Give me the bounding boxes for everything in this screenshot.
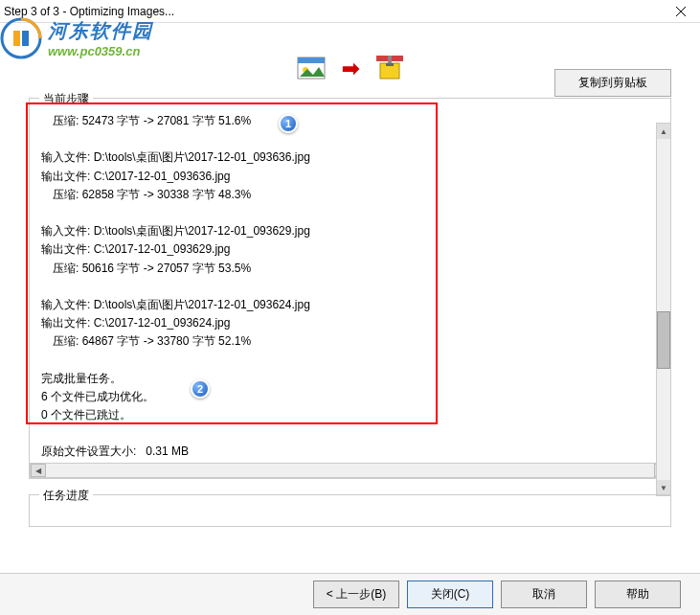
cancel-button[interactable]: 取消 [501, 581, 587, 608]
titlebar: Step 3 of 3 - Optimizing Images... [0, 0, 700, 23]
log-line: 6 个文件已成功优化。 [41, 388, 659, 406]
log-line [41, 204, 659, 222]
annotation-callout-2: 2 [191, 379, 210, 399]
log-line: 0 个文件已跳过。 [41, 406, 659, 424]
log-text-area[interactable]: 压缩: 52473 字节 -> 27081 字节 51.6% 输入文件: D:\… [37, 106, 663, 461]
log-line: 完成批量任务。 [41, 370, 659, 388]
log-line [41, 278, 659, 296]
log-line [41, 424, 659, 443]
log-line: 压缩: 50616 字节 -> 27057 字节 53.5% [41, 260, 659, 278]
window-title: Step 3 of 3 - Optimizing Images... [4, 5, 174, 18]
task-progress-fieldset: 任务进度 [29, 494, 671, 527]
log-line: 压缩: 64867 字节 -> 33780 字节 52.1% [41, 332, 659, 351]
vscroll-track[interactable] [657, 139, 670, 480]
bottom-button-bar: < 上一步(B) 关闭(C) 取消 帮助 [0, 573, 700, 615]
svg-rect-6 [298, 57, 325, 63]
log-line: 压缩: 52473 字节 -> 27081 字节 51.6% [41, 112, 659, 130]
header-area: ➡ 复制到剪贴板 [0, 23, 700, 98]
annotation-callout-1: 1 [279, 114, 298, 133]
image-source-icon [296, 54, 327, 84]
hscroll-track[interactable] [46, 464, 654, 477]
back-button[interactable]: < 上一步(B) [313, 581, 399, 608]
log-line: 输入文件: D:\tools\桌面\图片\2017-12-01_093629.j… [41, 222, 659, 240]
log-line: 压缩: 62858 字节 -> 30338 字节 48.3% [41, 186, 659, 204]
current-step-fieldset: 当前步骤 1 2 压缩: 52473 字节 -> 27081 字节 51.6% … [29, 98, 671, 479]
log-line: 原始文件设置大小: 0.31 MB [41, 443, 659, 461]
copy-to-clipboard-button[interactable]: 复制到剪贴板 [554, 69, 671, 97]
arrow-right-icon: ➡ [342, 57, 359, 81]
close-window-button[interactable] [662, 0, 700, 23]
log-line: 输入文件: D:\tools\桌面\图片\2017-12-01_093624.j… [41, 296, 659, 314]
horizontal-scrollbar[interactable]: ◀ ▶ [30, 463, 670, 478]
svg-rect-11 [386, 63, 394, 66]
current-step-legend: 当前步骤 [39, 91, 93, 107]
scroll-left-button[interactable]: ◀ [31, 464, 46, 477]
scroll-down-button[interactable]: ▼ [657, 480, 670, 495]
close-button[interactable]: 关闭(C) [407, 581, 493, 608]
log-line: 输出文件: C:\2017-12-01_093629.jpg [41, 240, 659, 259]
log-line: 输出文件: C:\2017-12-01_093624.jpg [41, 314, 659, 332]
log-line [41, 130, 659, 148]
image-compressed-icon [374, 54, 405, 84]
header-icons: ➡ [296, 54, 405, 84]
log-line [41, 351, 659, 369]
close-icon [676, 7, 686, 16]
vertical-scrollbar[interactable]: ▲ ▼ [656, 123, 671, 496]
log-line: 输入文件: D:\tools\桌面\图片\2017-12-01_093636.j… [41, 148, 659, 167]
vscroll-thumb[interactable] [657, 311, 670, 369]
log-line: 输出文件: C:\2017-12-01_093636.jpg [41, 168, 659, 186]
help-button[interactable]: 帮助 [595, 581, 681, 608]
task-progress-legend: 任务进度 [39, 488, 93, 504]
scroll-up-button[interactable]: ▲ [657, 124, 670, 139]
